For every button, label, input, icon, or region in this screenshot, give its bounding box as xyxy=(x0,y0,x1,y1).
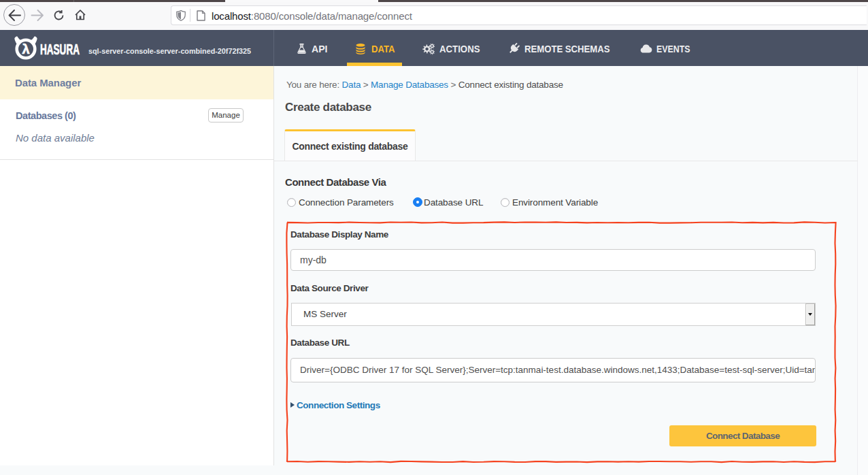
svg-text:sql-server-console-server-comb: sql-server-console-server-combined-20f72… xyxy=(88,47,252,55)
svg-text:HASURA: HASURA xyxy=(40,41,80,58)
svg-text:DATA: DATA xyxy=(371,44,395,54)
svg-text:REMOTE SCHEMAS: REMOTE SCHEMAS xyxy=(524,44,610,54)
svg-text:ACTIONS: ACTIONS xyxy=(439,44,480,54)
svg-text:EVENTS: EVENTS xyxy=(656,44,690,54)
svg-text:λ: λ xyxy=(22,42,29,56)
svg-text:API: API xyxy=(312,44,328,54)
